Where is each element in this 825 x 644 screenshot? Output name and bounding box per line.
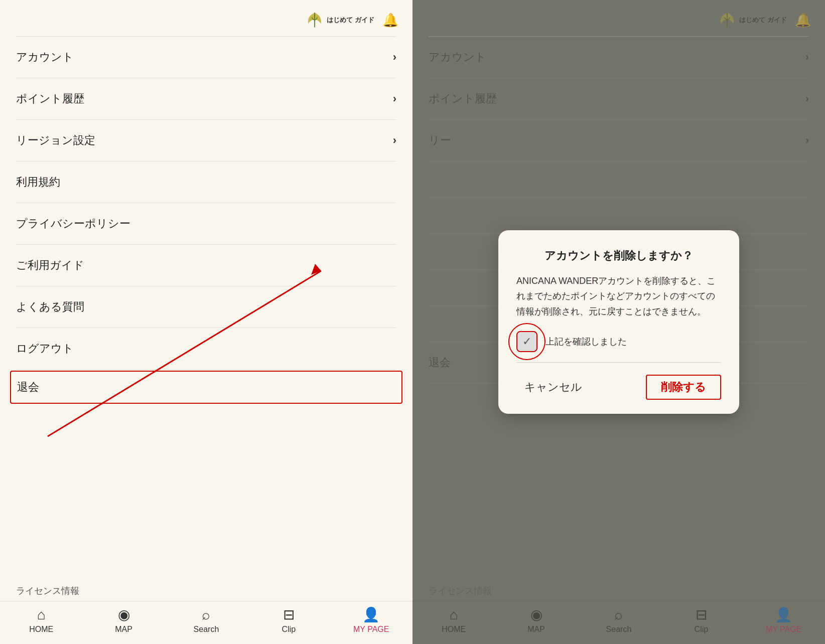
menu-item-account[interactable]: アカウント › (16, 36, 396, 78)
menu-item-logout[interactable]: ログアウト (16, 328, 396, 370)
left-header: はじめて ガイド 🔔 (0, 0, 412, 36)
chevron-icon: › (393, 51, 396, 64)
nav-search[interactable]: ⌕ Search (186, 607, 226, 634)
confirm-checkbox[interactable]: ✓ (516, 331, 537, 352)
left-menu-list: アカウント › ポイント履歴 › リージョン設定 › 利用規約 プライバシーポリ… (0, 36, 412, 575)
left-logo-text: はじめて ガイド (327, 16, 374, 25)
dialog-check-row: ✓ 上記を確認しました (516, 331, 721, 363)
dialog-title: アカウントを削除しますか？ (516, 248, 721, 263)
dialog-overlay: アカウントを削除しますか？ ANICANA WANDERアカウントを削除すると、… (412, 0, 825, 644)
search-icon: ⌕ (202, 607, 210, 623)
chevron-icon: › (393, 92, 396, 105)
nav-mypage[interactable]: 👤 MY PAGE (351, 606, 391, 634)
left-license-label: ライセンス情報 (0, 575, 412, 601)
cancel-button[interactable]: キャンセル (516, 376, 590, 399)
check-label: 上記を確認しました (545, 336, 627, 348)
chevron-icon: › (393, 134, 396, 147)
right-panel: はじめて ガイド 🔔 アカウント › ポイント履歴 › リー › 退会 ライセン… (412, 0, 825, 644)
home-icon: ⌂ (37, 607, 46, 623)
menu-item-region[interactable]: リージョン設定 › (16, 120, 396, 162)
logo-leaf-icon (306, 11, 324, 29)
left-bell-icon[interactable]: 🔔 (382, 13, 398, 28)
delete-account-dialog: アカウントを削除しますか？ ANICANA WANDERアカウントを削除すると、… (498, 230, 739, 414)
menu-item-withdraw[interactable]: 退会 (10, 371, 402, 404)
checkmark-icon: ✓ (522, 335, 531, 348)
menu-item-terms[interactable]: 利用規約 (16, 162, 396, 203)
nav-home[interactable]: ⌂ HOME (21, 607, 61, 634)
menu-item-privacy[interactable]: プライバシーポリシー (16, 203, 396, 245)
map-icon: ◉ (118, 606, 130, 623)
nav-map[interactable]: ◉ MAP (104, 606, 144, 634)
dialog-body: ANICANA WANDERアカウントを削除すると、これまでためたポイントなどア… (516, 273, 721, 319)
delete-button[interactable]: 削除する (646, 375, 721, 400)
menu-item-points[interactable]: ポイント履歴 › (16, 78, 396, 120)
left-logo: はじめて ガイド (306, 11, 374, 29)
dialog-buttons: キャンセル 削除する (516, 375, 721, 400)
clip-icon: ⊟ (283, 606, 295, 623)
menu-item-guide[interactable]: ご利用ガイド (16, 245, 396, 286)
menu-item-faq[interactable]: よくある質問 (16, 286, 396, 328)
left-panel: はじめて ガイド 🔔 アカウント › ポイント履歴 › リージョン設定 › 利用… (0, 0, 412, 644)
nav-clip[interactable]: ⊟ Clip (268, 606, 309, 634)
left-bottom-nav: ⌂ HOME ◉ MAP ⌕ Search ⊟ Clip 👤 MY PAGE (0, 601, 412, 644)
mypage-icon: 👤 (362, 606, 380, 623)
